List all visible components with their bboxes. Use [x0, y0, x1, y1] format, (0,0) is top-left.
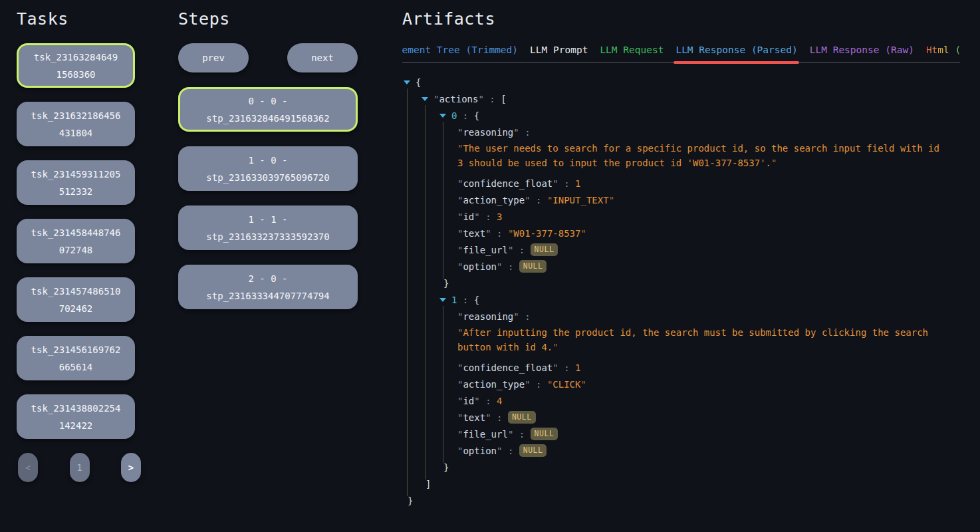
json-token: : — [531, 379, 547, 390]
task-button[interactable]: tsk_231459311205512332 — [17, 160, 135, 205]
json-token: : — [484, 94, 501, 104]
json-property-id: "id" : 3 — [404, 208, 980, 225]
json-key: reasoning — [463, 127, 513, 138]
tab-element-tree-trimmed[interactable]: Element Tree (Trimmed) — [402, 45, 518, 55]
task-button[interactable]: tsk_231457486510702462 — [17, 277, 135, 322]
json-string-value: CLICK — [552, 379, 580, 390]
json-token: The user needs to search for a specific … — [457, 143, 945, 168]
json-token: " — [508, 228, 513, 239]
json-token: " — [474, 396, 479, 406]
pagination-prev-button[interactable]: < — [18, 453, 38, 482]
next-step-button[interactable]: next — [287, 43, 358, 72]
json-token: " — [457, 396, 463, 406]
json-key: confidence_float — [463, 178, 552, 189]
json-key: file_url — [463, 245, 507, 255]
tab-html-raw[interactable]: Html (Raw) — [926, 45, 960, 55]
json-token: " — [525, 379, 530, 390]
json-string-value: INPUT_TEXT — [552, 195, 608, 205]
json-token: ] — [426, 479, 431, 489]
json-token: : — [558, 362, 575, 373]
indent-guide — [407, 88, 408, 496]
json-property-file_url: "file_url" : NULL — [404, 426, 980, 442]
task-button[interactable]: tsk_231632186456431804 — [17, 102, 135, 146]
tasks-panel: Tasks tsk_231632846491568360tsk_23163218… — [17, 0, 135, 532]
json-root-line: { — [404, 74, 980, 90]
json-property-option: "option" : NULL — [404, 258, 980, 275]
json-null-badge: NULL — [519, 444, 547, 457]
tab-llm-response-raw[interactable]: LLM Response (Raw) — [810, 45, 914, 55]
json-number-value: 3 — [497, 211, 502, 222]
collapse-toggle-icon[interactable] — [404, 80, 410, 84]
json-string-value: "After inputting the product id, the sea… — [457, 325, 943, 354]
json-token: " — [457, 429, 463, 440]
json-token: : — [513, 245, 530, 255]
collapse-toggle-icon[interactable] — [439, 298, 446, 302]
collapse-toggle-icon[interactable] — [439, 114, 446, 118]
json-null-badge: NULL — [519, 260, 547, 273]
json-token: " — [457, 178, 463, 189]
task-button[interactable]: tsk_231456169762665614 — [17, 336, 135, 380]
json-array-item-0: 0 : { — [404, 107, 980, 124]
json-token: " — [485, 412, 491, 423]
tab-llm-response-parsed[interactable]: LLM Response (Parsed) — [675, 45, 797, 55]
json-token: : — [491, 228, 508, 239]
step-button[interactable]: 2 - 0 - stp_231633344707774794 — [178, 265, 358, 309]
json-key: action_type — [463, 195, 525, 205]
json-number-value: 4 — [497, 396, 502, 406]
json-null-badge: NULL — [531, 243, 558, 256]
json-token: : — [457, 295, 473, 305]
json-token: " — [580, 379, 586, 390]
json-key: option — [463, 261, 497, 272]
json-token: " — [497, 446, 502, 456]
json-token: " — [457, 311, 463, 322]
step-button[interactable]: 1 - 1 - stp_231633237333592370 — [178, 205, 358, 250]
json-token: " — [457, 127, 463, 138]
json-array-index: 1 — [451, 295, 457, 305]
json-key: confidence_float — [463, 362, 552, 373]
json-property-option: "option" : NULL — [404, 442, 980, 459]
json-token: : — [480, 211, 497, 222]
json-token: " — [552, 178, 558, 189]
json-property-reasoning: "reasoning" : — [404, 124, 980, 140]
json-property-confidence_float: "confidence_float" : 1 — [404, 359, 980, 376]
json-property-text: "text" : "W01-377-8537" — [404, 225, 980, 241]
json-key: text — [463, 412, 485, 423]
json-token: " — [508, 429, 513, 440]
json-property-reasoning: "reasoning" : — [404, 308, 980, 325]
step-nav: prev next — [178, 43, 358, 72]
step-list: 0 - 0 - stp_2316328464915683621 - 0 - st… — [178, 87, 358, 309]
json-close-bracket: } — [404, 459, 980, 475]
pagination-page-button[interactable]: 1 — [70, 453, 90, 482]
json-token: : — [519, 311, 536, 322]
task-button[interactable]: tsk_231458448746072748 — [17, 219, 135, 263]
json-token: " — [457, 446, 463, 456]
json-token: " — [457, 261, 463, 272]
tab-llm-prompt[interactable]: LLM Prompt — [530, 45, 588, 55]
json-token: " — [508, 245, 513, 255]
task-button[interactable]: tsk_231632846491568360 — [17, 43, 135, 88]
json-token: " — [457, 362, 463, 373]
tab-llm-request[interactable]: LLM Request — [600, 45, 664, 55]
json-close-bracket: } — [404, 492, 980, 509]
json-token: : — [558, 178, 575, 189]
json-token: " — [547, 195, 552, 205]
json-array-item-1: 1 : { — [404, 291, 980, 308]
json-close-bracket: ] — [404, 475, 980, 492]
json-property-actions: "actions" : [ — [404, 90, 980, 107]
prev-step-button[interactable]: prev — [178, 43, 249, 72]
json-token: " — [580, 228, 586, 239]
task-button[interactable]: tsk_231438802254142422 — [17, 394, 135, 439]
json-token: [ — [501, 94, 506, 104]
pagination-next-button[interactable]: > — [121, 453, 141, 482]
json-tree-viewer: {"actions" : [0 : {"reasoning" : "The us… — [402, 74, 980, 509]
step-button[interactable]: 0 - 0 - stp_231632846491568362 — [178, 87, 358, 132]
json-token: " — [478, 94, 483, 104]
json-key: file_url — [463, 429, 507, 440]
json-token: " — [485, 228, 491, 239]
json-token: " — [525, 195, 530, 205]
step-button[interactable]: 1 - 0 - stp_231633039765096720 — [178, 146, 358, 191]
collapse-toggle-icon[interactable] — [422, 97, 428, 101]
json-token: } — [443, 462, 449, 473]
json-token: : — [502, 261, 519, 272]
json-token: : — [531, 195, 547, 205]
